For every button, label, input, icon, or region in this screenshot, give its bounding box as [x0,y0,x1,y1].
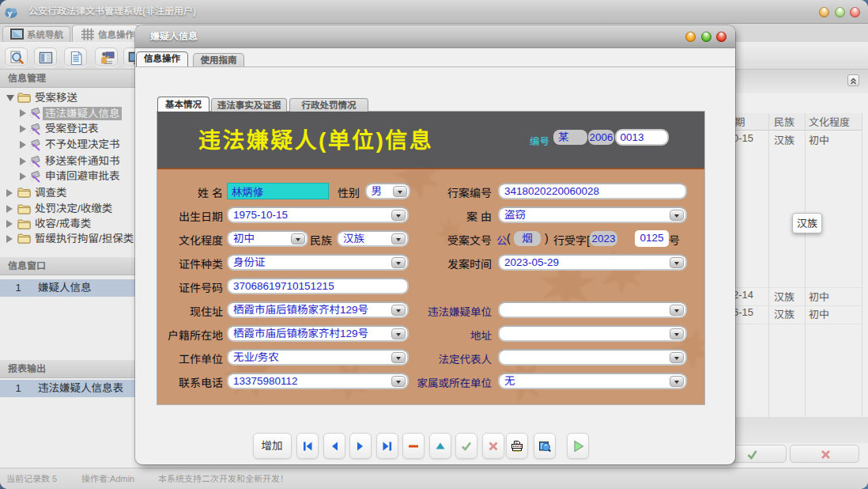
svg-text:y: y [8,9,13,17]
